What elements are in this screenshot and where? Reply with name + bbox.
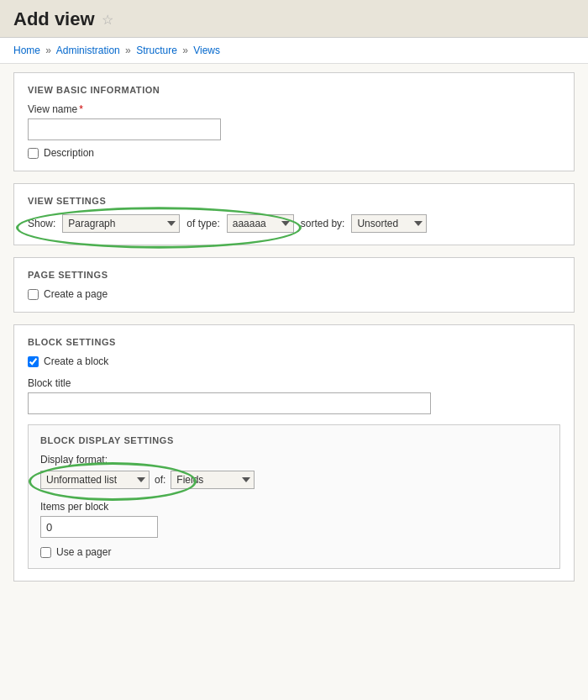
- create-page-row: Create a page: [28, 288, 560, 300]
- sorted-by-select[interactable]: Unsorted Title Post date Author: [351, 214, 427, 233]
- breadcrumb: Home » Administration » Structure » View…: [0, 38, 588, 64]
- of-label: of:: [155, 474, 165, 486]
- use-pager-label: Use a pager: [56, 546, 111, 558]
- create-block-row: Create a block: [28, 355, 560, 367]
- description-label: Description: [44, 147, 94, 159]
- breadcrumb-sep3: »: [182, 45, 188, 56]
- view-settings-row: Show: Paragraph Content Files Taxonomy t…: [28, 214, 560, 233]
- breadcrumb-administration[interactable]: Administration: [56, 45, 120, 56]
- block-display-settings-section: BLOCK DISPLAY SETTINGS Display format: U…: [28, 424, 560, 569]
- create-block-label: Create a block: [44, 355, 108, 367]
- type-select[interactable]: aaaaaa: [227, 214, 294, 233]
- view-basic-title: VIEW BASIC INFORMATION: [28, 85, 560, 95]
- breadcrumb-views[interactable]: Views: [193, 45, 220, 56]
- fields-select[interactable]: Fields Rendered entity: [171, 471, 255, 489]
- use-pager-checkbox[interactable]: [40, 547, 51, 558]
- breadcrumb-sep1: »: [45, 45, 51, 56]
- items-per-block-label: Items per block: [40, 501, 548, 513]
- create-page-checkbox[interactable]: [28, 289, 39, 300]
- breadcrumb-home[interactable]: Home: [13, 45, 40, 56]
- view-basic-section: VIEW BASIC INFORMATION View name* Descri…: [13, 72, 575, 171]
- main-content: VIEW BASIC INFORMATION View name* Descri…: [0, 64, 588, 700]
- display-format-select[interactable]: Unformatted list Grid HTML List Jump men…: [40, 471, 150, 489]
- breadcrumb-sep2: »: [125, 45, 131, 56]
- display-format-label: Display format:: [40, 454, 548, 466]
- block-settings-section: BLOCK SETTINGS Create a block Block titl…: [13, 324, 575, 582]
- block-title-input[interactable]: [28, 392, 431, 414]
- page-title: Add view: [13, 8, 95, 30]
- page-settings-title: PAGE SETTINGS: [28, 270, 560, 280]
- page-header: Add view ☆: [0, 0, 588, 38]
- required-star: *: [79, 103, 83, 115]
- use-pager-row: Use a pager: [40, 546, 548, 558]
- block-settings-title: BLOCK SETTINGS: [28, 337, 560, 347]
- show-label: Show:: [28, 218, 55, 229]
- breadcrumb-structure[interactable]: Structure: [136, 45, 177, 56]
- sorted-by-label: sorted by:: [301, 218, 345, 229]
- description-checkbox[interactable]: [28, 148, 39, 159]
- of-type-label: of type:: [186, 218, 219, 229]
- page-settings-section: PAGE SETTINGS Create a page: [13, 257, 575, 313]
- block-display-title: BLOCK DISPLAY SETTINGS: [40, 435, 548, 445]
- view-name-label: View name*: [28, 103, 560, 115]
- create-block-checkbox[interactable]: [28, 356, 39, 367]
- favorite-star-icon[interactable]: ☆: [102, 12, 113, 28]
- create-page-label: Create a page: [44, 288, 108, 300]
- view-name-input[interactable]: [28, 118, 221, 140]
- display-format-row: Unformatted list Grid HTML List Jump men…: [40, 471, 548, 489]
- show-select[interactable]: Paragraph Content Files Taxonomy terms U…: [62, 214, 180, 233]
- view-settings-title: VIEW SETTINGS: [28, 196, 560, 206]
- items-per-block-input[interactable]: [40, 516, 158, 538]
- block-title-label: Block title: [28, 377, 560, 389]
- description-checkbox-row: Description: [28, 147, 560, 159]
- view-settings-section: VIEW SETTINGS Show: Paragraph Content Fi…: [13, 183, 575, 245]
